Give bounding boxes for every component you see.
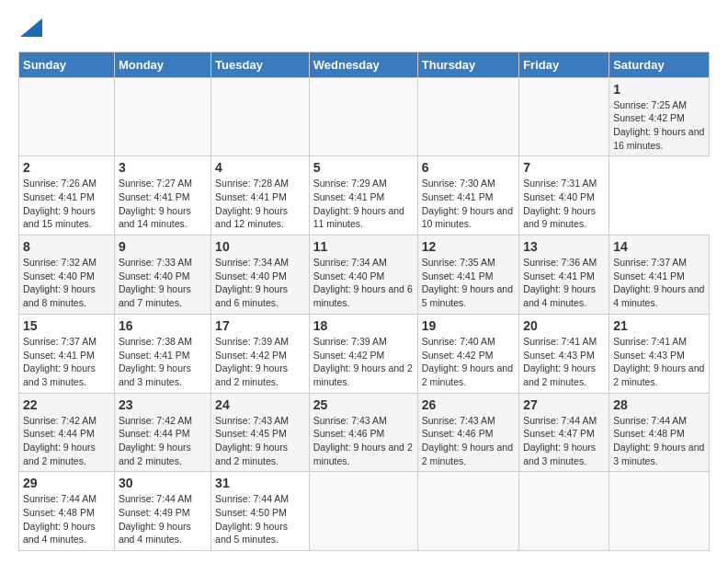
calendar-cell: 2 Sunrise: 7:26 AMSunset: 4:41 PMDayligh…: [19, 156, 115, 236]
day-number: 23: [119, 397, 207, 412]
calendar-cell: 22 Sunrise: 7:42 AMSunset: 4:44 PMDaylig…: [19, 393, 115, 472]
calendar-cell: 8 Sunrise: 7:32 AMSunset: 4:40 PMDayligh…: [19, 236, 115, 315]
day-info: Sunrise: 7:44 AMSunset: 4:47 PMDaylight:…: [523, 415, 597, 466]
day-number: 8: [23, 239, 110, 254]
day-number: 29: [23, 476, 110, 490]
calendar-cell: [417, 472, 518, 551]
calendar-cell: 31 Sunrise: 7:44 AMSunset: 4:50 PMDaylig…: [211, 472, 310, 551]
day-number: 6: [422, 160, 515, 175]
calendar-cell: 4 Sunrise: 7:28 AMSunset: 4:41 PMDayligh…: [211, 156, 310, 236]
calendar-cell: 15 Sunrise: 7:37 AMSunset: 4:41 PMDaylig…: [19, 314, 115, 393]
day-number: 2: [23, 160, 110, 175]
day-info: Sunrise: 7:37 AMSunset: 4:41 PMDaylight:…: [23, 336, 97, 387]
day-number: 20: [523, 318, 605, 333]
calendar-cell: 11 Sunrise: 7:34 AMSunset: 4:40 PMDaylig…: [309, 236, 417, 315]
day-info: Sunrise: 7:39 AMSunset: 4:42 PMDaylight:…: [313, 336, 413, 387]
day-info: Sunrise: 7:34 AMSunset: 4:40 PMDaylight:…: [313, 257, 413, 308]
day-number: 14: [613, 239, 705, 254]
day-info: Sunrise: 7:44 AMSunset: 4:49 PMDaylight:…: [119, 493, 192, 545]
day-number: 9: [119, 239, 207, 254]
day-info: Sunrise: 7:44 AMSunset: 4:50 PMDaylight:…: [215, 493, 289, 545]
day-info: Sunrise: 7:42 AMSunset: 4:44 PMDaylight:…: [23, 415, 97, 466]
calendar-cell: [519, 472, 609, 551]
calendar-cell: [417, 77, 518, 156]
day-info: Sunrise: 7:31 AMSunset: 4:40 PMDaylight:…: [523, 178, 597, 229]
calendar-cell: 19 Sunrise: 7:40 AMSunset: 4:42 PMDaylig…: [417, 314, 518, 393]
calendar-cell: 26 Sunrise: 7:43 AMSunset: 4:46 PMDaylig…: [417, 393, 518, 472]
calendar-cell: 28 Sunrise: 7:44 AMSunset: 4:48 PMDaylig…: [609, 393, 710, 472]
day-info: Sunrise: 7:26 AMSunset: 4:41 PMDaylight:…: [23, 178, 97, 229]
day-info: Sunrise: 7:33 AMSunset: 4:40 PMDaylight:…: [119, 257, 192, 308]
logo-icon: [20, 18, 42, 37]
calendar-cell: [211, 77, 310, 156]
day-info: Sunrise: 7:39 AMSunset: 4:42 PMDaylight:…: [215, 336, 289, 387]
col-header-saturday: Saturday: [609, 52, 710, 77]
day-number: 11: [313, 239, 414, 254]
day-info: Sunrise: 7:34 AMSunset: 4:40 PMDaylight:…: [215, 257, 289, 308]
calendar-cell: 7 Sunrise: 7:31 AMSunset: 4:40 PMDayligh…: [519, 156, 609, 236]
day-info: Sunrise: 7:35 AMSunset: 4:41 PMDaylight:…: [422, 257, 513, 308]
calendar-cell: 18 Sunrise: 7:39 AMSunset: 4:42 PMDaylig…: [309, 314, 417, 393]
calendar-cell: 13 Sunrise: 7:36 AMSunset: 4:41 PMDaylig…: [519, 236, 609, 315]
day-number: 10: [215, 239, 305, 254]
day-number: 18: [313, 318, 414, 333]
calendar-cell: 16 Sunrise: 7:38 AMSunset: 4:41 PMDaylig…: [114, 314, 210, 393]
logo: [18, 18, 42, 42]
calendar-cell: 23 Sunrise: 7:42 AMSunset: 4:44 PMDaylig…: [114, 393, 210, 472]
day-number: 28: [613, 397, 705, 412]
calendar-cell: [519, 77, 609, 156]
calendar-cell: [309, 77, 417, 156]
day-number: 31: [215, 476, 305, 490]
day-number: 4: [215, 160, 305, 175]
day-number: 12: [422, 239, 515, 254]
calendar-cell: [114, 77, 210, 156]
day-number: 27: [523, 397, 605, 412]
calendar-cell: 9 Sunrise: 7:33 AMSunset: 4:40 PMDayligh…: [114, 236, 210, 315]
day-number: 15: [23, 318, 110, 333]
day-info: Sunrise: 7:30 AMSunset: 4:41 PMDaylight:…: [422, 178, 513, 229]
svg-marker-0: [20, 18, 42, 37]
day-info: Sunrise: 7:44 AMSunset: 4:48 PMDaylight:…: [23, 493, 97, 545]
day-info: Sunrise: 7:43 AMSunset: 4:46 PMDaylight:…: [313, 415, 413, 466]
day-info: Sunrise: 7:41 AMSunset: 4:43 PMDaylight:…: [523, 336, 597, 387]
day-number: 22: [23, 397, 110, 412]
day-number: 3: [119, 160, 207, 175]
day-info: Sunrise: 7:38 AMSunset: 4:41 PMDaylight:…: [119, 336, 192, 387]
day-number: 19: [422, 318, 515, 333]
col-header-monday: Monday: [114, 52, 210, 77]
day-number: 26: [422, 397, 515, 412]
col-header-wednesday: Wednesday: [309, 52, 417, 77]
calendar-cell: 17 Sunrise: 7:39 AMSunset: 4:42 PMDaylig…: [211, 314, 310, 393]
calendar-cell: 3 Sunrise: 7:27 AMSunset: 4:41 PMDayligh…: [114, 156, 210, 236]
day-info: Sunrise: 7:27 AMSunset: 4:41 PMDaylight:…: [119, 178, 192, 229]
day-number: 13: [523, 239, 605, 254]
calendar-cell: 10 Sunrise: 7:34 AMSunset: 4:40 PMDaylig…: [211, 236, 310, 315]
col-header-thursday: Thursday: [417, 52, 518, 77]
day-info: Sunrise: 7:29 AMSunset: 4:41 PMDaylight:…: [313, 178, 404, 229]
calendar-cell: 25 Sunrise: 7:43 AMSunset: 4:46 PMDaylig…: [309, 393, 417, 472]
calendar-cell: 27 Sunrise: 7:44 AMSunset: 4:47 PMDaylig…: [519, 393, 609, 472]
calendar-cell: 20 Sunrise: 7:41 AMSunset: 4:43 PMDaylig…: [519, 314, 609, 393]
calendar-cell: 29 Sunrise: 7:44 AMSunset: 4:48 PMDaylig…: [19, 472, 115, 551]
calendar-cell: 24 Sunrise: 7:43 AMSunset: 4:45 PMDaylig…: [211, 393, 310, 472]
calendar-cell: 12 Sunrise: 7:35 AMSunset: 4:41 PMDaylig…: [417, 236, 518, 315]
day-info: Sunrise: 7:43 AMSunset: 4:46 PMDaylight:…: [422, 415, 513, 466]
day-number: 1: [613, 82, 705, 97]
col-header-tuesday: Tuesday: [211, 52, 310, 77]
day-info: Sunrise: 7:32 AMSunset: 4:40 PMDaylight:…: [23, 257, 97, 308]
calendar-cell: 6 Sunrise: 7:30 AMSunset: 4:41 PMDayligh…: [417, 156, 518, 236]
day-number: 7: [523, 160, 605, 175]
calendar-cell: 21 Sunrise: 7:41 AMSunset: 4:43 PMDaylig…: [609, 314, 710, 393]
day-info: Sunrise: 7:28 AMSunset: 4:41 PMDaylight:…: [215, 178, 289, 229]
day-number: 5: [313, 160, 414, 175]
calendar-table: SundayMondayTuesdayWednesdayThursdayFrid…: [18, 52, 710, 552]
calendar-cell: [309, 472, 417, 551]
calendar-cell: 1 Sunrise: 7:25 AMSunset: 4:42 PMDayligh…: [609, 77, 710, 156]
day-info: Sunrise: 7:36 AMSunset: 4:41 PMDaylight:…: [523, 257, 597, 308]
day-number: 17: [215, 318, 305, 333]
page-header: [18, 18, 710, 42]
calendar-cell: 30 Sunrise: 7:44 AMSunset: 4:49 PMDaylig…: [114, 472, 210, 551]
day-number: 21: [613, 318, 705, 333]
day-number: 30: [119, 476, 207, 490]
col-header-sunday: Sunday: [19, 52, 115, 77]
